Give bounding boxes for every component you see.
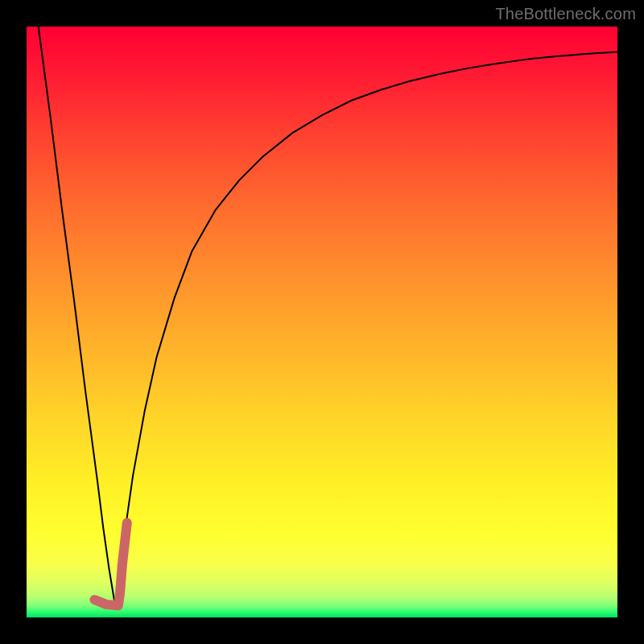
series-highlight-segment [94,523,126,606]
chart-svg [27,27,617,617]
chart-frame: TheBottleneck.com [0,0,644,644]
watermark-text: TheBottleneck.com [495,5,636,23]
plot-area [27,27,617,617]
